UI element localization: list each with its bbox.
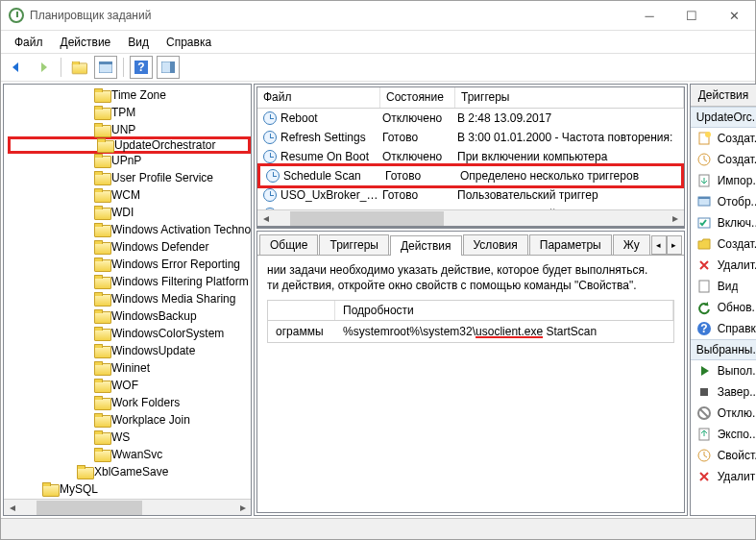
action-refresh[interactable]: Обнов... — [691, 297, 756, 318]
up-button[interactable] — [67, 56, 90, 79]
tree-item-wininet[interactable]: Wininet — [8, 359, 251, 377]
task-row[interactable]: RebootОтключеноВ 2:48 13.09.2017 — [257, 109, 684, 128]
task-row[interactable]: USO_UxBroker_DisplayГотовоПользовательск… — [257, 185, 684, 205]
action-delete[interactable]: Удалить — [691, 466, 756, 487]
forward-button[interactable] — [32, 56, 55, 79]
folder-icon — [94, 327, 110, 340]
tab-5[interactable]: Жу — [613, 234, 650, 255]
tree-item-label: UpdateOrchestrator — [114, 138, 215, 152]
tab-4[interactable]: Параметры — [529, 234, 612, 255]
tree-item-windowsbackup[interactable]: WindowsBackup — [8, 307, 251, 325]
action-import[interactable]: Импор... — [691, 170, 756, 191]
display-icon — [696, 194, 712, 209]
tree-item-windows-filtering-platform[interactable]: Windows Filtering Platform — [8, 273, 251, 290]
menu-help[interactable]: Справка — [159, 34, 219, 51]
action-folder[interactable]: Создат... — [691, 233, 756, 255]
task-state: Отключено — [382, 150, 457, 163]
tree-item-windows-media-sharing[interactable]: Windows Media Sharing — [8, 290, 251, 307]
menu-file[interactable]: Файл — [7, 34, 51, 51]
tree-item-work-folders[interactable]: Work Folders — [8, 394, 251, 411]
action-disable[interactable]: Отклю... — [691, 403, 756, 424]
task-trigger: При включении компьютера — [457, 150, 684, 163]
folder-icon — [94, 154, 110, 167]
tree-item-windows-activation-technologies[interactable]: Windows Activation Technologies — [8, 221, 251, 238]
tree-item-time-zone[interactable]: Time Zone — [8, 86, 251, 104]
tab-2[interactable]: Действия — [390, 235, 462, 256]
action-export[interactable]: Экспо... — [691, 424, 756, 445]
tree-item-label: WindowsUpdate — [111, 344, 195, 357]
tree-item-ws[interactable]: WS — [8, 429, 251, 446]
tree-scroll-horizontal[interactable]: ◂▸ — [4, 499, 251, 515]
content-area: Time ZoneTPMUNPUpdateOrchestratorUPnPUse… — [1, 82, 755, 518]
action-display[interactable]: Отобр... — [691, 191, 756, 212]
actions-group-2[interactable]: Выбранны...▲ — [691, 339, 756, 360]
clock-icon — [263, 111, 277, 125]
folder-icon — [94, 188, 110, 202]
tree-item-windowscolorsystem[interactable]: WindowsColorSystem — [8, 325, 251, 342]
tree-item-label: WindowsColorSystem — [111, 327, 224, 340]
help-button[interactable]: ? — [130, 56, 153, 79]
action-end[interactable]: Завер... — [691, 381, 756, 403]
folder-icon — [94, 206, 110, 219]
enable-icon — [696, 215, 712, 231]
col-name[interactable]: Файл — [257, 87, 380, 108]
maximize-button[interactable]: ☐ — [671, 1, 713, 30]
actions-group-1[interactable]: UpdateOrc...▲ — [691, 107, 756, 128]
grid-col-details: Подробности — [335, 301, 673, 320]
export-icon — [696, 427, 712, 442]
action-row[interactable]: ограммы %systemroot%\system32\usoclient.… — [268, 321, 673, 342]
folder-icon — [94, 240, 110, 254]
tree-item-wof[interactable]: WOF — [8, 377, 251, 394]
col-trigger[interactable]: Триггеры — [455, 87, 684, 108]
tree-item-windows-defender[interactable]: Windows Defender — [8, 238, 251, 256]
tree-item-windowsupdate[interactable]: WindowsUpdate — [8, 342, 251, 359]
clock-icon — [263, 208, 277, 209]
folder-icon — [94, 223, 110, 236]
tree-item-workplace-join[interactable]: Workplace Join — [8, 411, 251, 429]
action-run[interactable]: Выпол... — [691, 360, 756, 381]
tab-3[interactable]: Условия — [463, 234, 528, 255]
folder-icon — [94, 379, 110, 392]
panel-toggle-1[interactable] — [94, 56, 117, 79]
tab-0[interactable]: Общие — [259, 234, 318, 255]
close-button[interactable]: ✕ — [713, 1, 755, 30]
tab-scroll-right[interactable]: ▸ — [667, 235, 682, 255]
action-view[interactable]: Вид▶ — [691, 276, 756, 297]
svg-text:?: ? — [700, 322, 707, 335]
action-label: Удалить — [718, 470, 756, 483]
task-name: USO_UxBroker_Display — [280, 188, 382, 202]
action-new[interactable]: Создат... — [691, 128, 756, 149]
minimize-button[interactable]: ─ — [628, 1, 671, 30]
tasklist-scroll-horizontal[interactable]: ◂▸ — [257, 209, 684, 226]
task-row[interactable]: Refresh SettingsГотовоВ 3:00 01.01.2000 … — [257, 128, 684, 147]
task-list[interactable]: Файл Состояние Триггеры RebootОтключеноВ… — [256, 86, 685, 227]
action-delete[interactable]: Удалит... — [691, 255, 756, 276]
tree-item-mysql[interactable]: MySQL — [8, 480, 251, 498]
tree-item-wcm[interactable]: WCM — [8, 186, 251, 204]
task-name: Refresh Settings — [280, 131, 382, 144]
folder-icon — [94, 171, 110, 184]
app-icon — [9, 8, 24, 23]
tree-item-wdi[interactable]: WDI — [8, 204, 251, 221]
panel-toggle-2[interactable] — [157, 56, 180, 79]
action-label: Справка — [718, 322, 756, 335]
tab-1[interactable]: Триггеры — [319, 234, 389, 255]
tree-item-xblgamesave[interactable]: XblGameSave — [8, 463, 251, 480]
tab-scroll-left[interactable]: ◂ — [651, 235, 667, 255]
action-help[interactable]: ?Справка — [691, 318, 756, 339]
folder-tree[interactable]: Time ZoneTPMUNPUpdateOrchestratorUPnPUse… — [4, 85, 251, 499]
menu-action[interactable]: Действие — [53, 34, 119, 51]
col-state[interactable]: Состояние — [380, 87, 455, 108]
menu-view[interactable]: Вид — [120, 34, 157, 51]
actions-list-2: Выпол...Завер...Отклю...Экспо...Свойст..… — [691, 360, 756, 487]
tree-item-upnp[interactable]: UPnP — [8, 152, 251, 169]
tree-item-wwansvc[interactable]: WwanSvc — [8, 446, 251, 463]
tree-item-windows-error-reporting[interactable]: Windows Error Reporting — [8, 256, 251, 273]
action-props[interactable]: Свойст... — [691, 445, 756, 466]
tree-item-label: WindowsBackup — [111, 309, 197, 323]
back-button[interactable] — [5, 56, 28, 79]
action-enable[interactable]: Включ... — [691, 212, 756, 233]
action-new2[interactable]: Создат... — [691, 149, 756, 170]
tree-item-user-profile-service[interactable]: User Profile Service — [8, 169, 251, 186]
tree-item-tpm[interactable]: TPM — [8, 104, 251, 121]
